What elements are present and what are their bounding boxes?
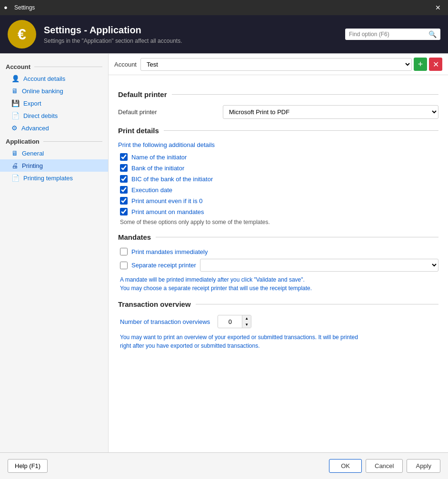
sidebar-item-label: Printing templates — [23, 175, 73, 182]
header-text: Settings - Application Settings in the "… — [44, 25, 345, 44]
account-remove-button[interactable]: ✕ — [429, 58, 442, 71]
cancel-button[interactable]: Cancel — [366, 459, 403, 473]
title-bar-title: Settings — [14, 4, 432, 11]
tx-count-input[interactable]: 0 — [218, 316, 242, 327]
search-input[interactable] — [349, 31, 428, 38]
mandate-note: A mandate will be printed immediately af… — [118, 275, 438, 293]
printer-row: Default printer Microsoft Print to PDF — [118, 105, 438, 119]
checkbox-label-print-amount: Print amount even if it is 0 — [131, 197, 203, 205]
sidebar-item-label: Export — [23, 100, 41, 107]
transaction-overview-row: Number of transaction overviews 0 ▲ ▼ — [118, 315, 438, 328]
monitor-icon-2: 🖥 — [11, 149, 18, 157]
section-divider-3 — [156, 237, 438, 237]
default-printer-section-header: Default printer — [118, 90, 438, 98]
checkbox-row-initiator-name: Name of the initiator — [118, 153, 438, 161]
sidebar-item-general[interactable]: 🖥 General — [0, 147, 108, 159]
search-icon: 🔍 — [428, 30, 437, 38]
checkbox-label-initiator-name: Name of the initiator — [131, 154, 187, 161]
tx-decrement-button[interactable]: ▼ — [242, 322, 251, 328]
checkbox-print-immediately[interactable] — [120, 248, 128, 255]
print-details-title: Print details — [118, 127, 159, 135]
print-immediately-row: Print mandates immediately — [118, 248, 438, 255]
section-divider-4 — [196, 304, 438, 304]
sidebar-item-account-details[interactable]: 👤 Account details — [0, 72, 108, 85]
title-bar: ● Settings ✕ — [0, 0, 448, 15]
logo-symbol: € — [18, 26, 26, 43]
printer-icon: 🖨 — [11, 162, 18, 169]
section-divider — [172, 94, 438, 95]
sidebar-item-online-banking[interactable]: 🖥 Online banking — [0, 85, 108, 97]
tx-spinner-buttons: ▲ ▼ — [242, 315, 251, 328]
checkbox-label-print-immediately: Print mandates immediately — [131, 248, 208, 255]
help-button[interactable]: Help (F1) — [8, 459, 48, 473]
account-add-button[interactable]: + — [414, 58, 427, 71]
sidebar-item-label: Account details — [23, 75, 65, 82]
print-details-note: Print the following additional details — [118, 141, 438, 148]
main-layout: Account 👤 Account details 🖥 Online banki… — [0, 53, 448, 452]
transaction-section-header: Transaction overview — [118, 300, 438, 308]
account-tabs: Account Test + ✕ — [109, 54, 448, 75]
checkbox-row-exec-date: Execution date — [118, 186, 438, 194]
header: € Settings - Application Settings in the… — [0, 15, 448, 53]
sidebar-item-label: Online banking — [22, 88, 63, 95]
user-icon: 👤 — [11, 75, 20, 82]
tx-label: Number of transaction overviews — [120, 318, 210, 325]
header-title: Settings - Application — [44, 25, 345, 36]
app-icon: ● — [4, 4, 11, 11]
checkbox-label-amount-mandates: Print amount on mandates — [131, 208, 204, 215]
checkbox-row-bic: BIC of the bank of the initiator — [118, 175, 438, 183]
account-select[interactable]: Test — [140, 58, 412, 71]
sidebar-item-label: Direct debits — [23, 112, 58, 119]
print-details-section-header: Print details — [118, 127, 438, 135]
checkbox-label-exec-date: Execution date — [131, 186, 172, 194]
checkbox-initiator-bank[interactable] — [120, 164, 128, 172]
checkbox-amount-mandates[interactable] — [120, 208, 128, 215]
printer-select[interactable]: Microsoft Print to PDF — [223, 105, 438, 119]
checkbox-row-initiator-bank: Bank of the initiator — [118, 164, 438, 172]
document-icon: 📄 — [11, 112, 20, 119]
checkbox-exec-date[interactable] — [120, 186, 128, 194]
separate-printer-row: Separate receipt printer — [118, 259, 438, 272]
default-printer-title: Default printer — [118, 90, 167, 98]
monitor-icon: 🖥 — [11, 87, 18, 95]
checkbox-print-amount[interactable] — [120, 197, 128, 205]
sidebar-item-direct-debits[interactable]: 📄 Direct debits — [0, 109, 108, 122]
close-button[interactable]: ✕ — [432, 1, 444, 14]
sidebar-section-application: Application — [0, 134, 108, 147]
floppy-icon: 💾 — [11, 99, 20, 107]
checkbox-row-print-amount: Print amount even if it is 0 — [118, 197, 438, 205]
checkbox-row-amount-mandates: Print amount on mandates — [118, 208, 438, 215]
checkbox-label-bic: BIC of the bank of the initiator — [131, 176, 213, 183]
ok-button[interactable]: OK — [329, 459, 362, 473]
checkbox-separate-printer[interactable] — [120, 262, 128, 269]
header-subtitle: Settings in the "Application" section af… — [44, 38, 345, 44]
content-area: Account Test + ✕ Default printer Default… — [109, 54, 448, 452]
sidebar-item-advanced[interactable]: ⚙ Advanced — [0, 122, 108, 134]
app-logo: € — [8, 20, 36, 49]
template-doc-icon: 📄 — [11, 174, 20, 182]
sidebar-item-printing[interactable]: 🖨 Printing — [0, 159, 108, 172]
search-box[interactable]: 🔍 — [345, 29, 440, 40]
sidebar-item-label: Advanced — [21, 125, 49, 132]
mandates-title: Mandates — [118, 233, 151, 241]
tx-increment-button[interactable]: ▲ — [242, 315, 251, 322]
sidebar-item-export[interactable]: 💾 Export — [0, 97, 108, 109]
checkbox-bic[interactable] — [120, 175, 128, 183]
sidebar: Account 👤 Account details 🖥 Online banki… — [0, 54, 109, 452]
print-details-footnote: Some of these options only apply to some… — [118, 219, 438, 225]
mandates-section-header: Mandates — [118, 233, 438, 241]
sidebar-item-printing-templates[interactable]: 📄 Printing templates — [0, 172, 108, 184]
account-tab-label: Account — [114, 61, 137, 68]
checkbox-label-separate-printer: Separate receipt printer — [131, 262, 196, 269]
separate-printer-select[interactable] — [200, 259, 438, 272]
section-divider-2 — [164, 130, 438, 131]
checkbox-label-initiator-bank: Bank of the initiator — [131, 165, 184, 172]
printer-label: Default printer — [118, 108, 223, 116]
sidebar-item-label: Printing — [22, 162, 43, 169]
checkbox-initiator-name[interactable] — [120, 153, 128, 161]
content-body: Default printer Default printer Microsof… — [109, 75, 448, 358]
apply-button[interactable]: Apply — [407, 459, 440, 473]
sidebar-section-account: Account — [0, 59, 108, 72]
gear-icon: ⚙ — [11, 124, 18, 132]
tx-spinner: 0 ▲ ▼ — [218, 315, 251, 328]
